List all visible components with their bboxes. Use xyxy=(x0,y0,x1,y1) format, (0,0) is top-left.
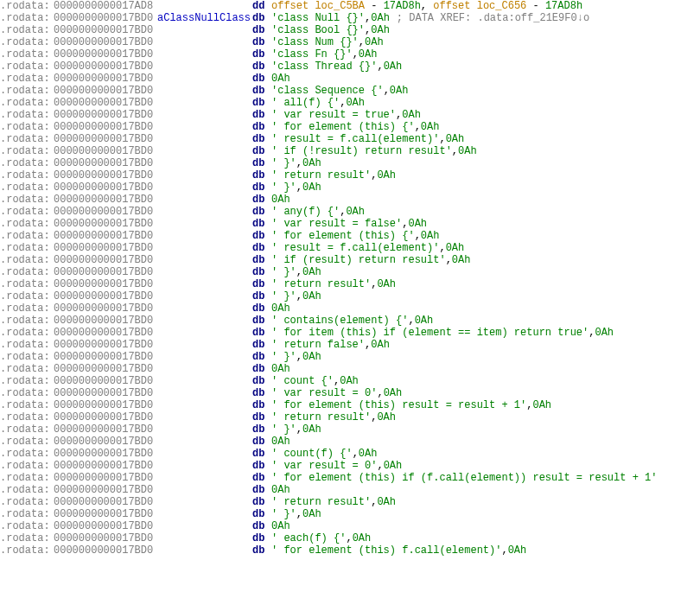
symbol-label xyxy=(157,351,252,363)
disassembly-line[interactable]: .rodata:0000000000017BD0 db' }',0Ah xyxy=(0,423,700,436)
address: 0000000000017BD0 xyxy=(54,436,157,448)
operand-num: 0Ah xyxy=(371,24,390,36)
disassembly-line[interactable]: .rodata:0000000000017BD0 db0Ah xyxy=(0,302,700,315)
symbol-label xyxy=(157,194,252,206)
disassembly-line[interactable]: .rodata:0000000000017BD0 db' all(f) {',0… xyxy=(0,97,700,109)
operands: ' for element (this) {',0Ah xyxy=(271,121,439,133)
disassembly-listing[interactable]: .rodata:0000000000017AD8 ddoffset loc_C5… xyxy=(0,0,700,557)
operands: ' contains(element) {',0Ah xyxy=(271,315,433,327)
disassembly-line[interactable]: .rodata:0000000000017BD0 db' for element… xyxy=(0,121,700,133)
disassembly-line[interactable]: .rodata:0000000000017BD0 db' var result … xyxy=(0,460,700,472)
segment-name: .rodata: xyxy=(0,218,54,230)
segment-name: .rodata: xyxy=(0,242,54,254)
symbol-label xyxy=(157,218,252,230)
disassembly-line[interactable]: .rodata:0000000000017BD0 db0Ah xyxy=(0,363,700,375)
disassembly-line[interactable]: .rodata:0000000000017BD0 db0Ah xyxy=(0,484,700,496)
operand-num: 0Ah xyxy=(377,496,396,508)
disassembly-line[interactable]: .rodata:0000000000017BD0 db' }',0Ah xyxy=(0,290,700,302)
disassembly-line[interactable]: .rodata:0000000000017BD0 db' count {',0A… xyxy=(0,375,700,387)
segment-name: .rodata: xyxy=(0,194,54,206)
disassembly-line[interactable]: .rodata:0000000000017BD0 db' return resu… xyxy=(0,411,700,423)
mnemonic: db xyxy=(252,109,271,121)
operand-op: , xyxy=(296,266,302,278)
operand-num: 0Ah xyxy=(353,532,372,544)
operands: 'class Thread {}',0Ah xyxy=(271,60,402,73)
disassembly-line[interactable]: .rodata:0000000000017BD0 db'class Bool {… xyxy=(0,24,700,36)
operands: ' return result',0Ah xyxy=(271,169,396,181)
disassembly-line[interactable]: .rodata:0000000000017BD0 db' }',0Ah xyxy=(0,351,700,363)
disassembly-line[interactable]: .rodata:0000000000017BD0 db' contains(el… xyxy=(0,315,700,327)
disassembly-line[interactable]: .rodata:0000000000017BD0 db' if (!result… xyxy=(0,145,700,157)
disassembly-line[interactable]: .rodata:0000000000017BD0 db' count(f) {'… xyxy=(0,448,700,460)
disassembly-line[interactable]: .rodata:0000000000017BD0 db' any(f) {',0… xyxy=(0,206,700,218)
disassembly-line[interactable]: .rodata:0000000000017BD0 db' for element… xyxy=(0,399,700,411)
disassembly-line[interactable]: .rodata:0000000000017BD0 db0Ah xyxy=(0,194,700,206)
mnemonic: db xyxy=(252,363,271,375)
disassembly-line[interactable]: .rodata:0000000000017BD0 db' result = f.… xyxy=(0,242,700,254)
operand-str: ' }' xyxy=(271,351,296,363)
segment-name: .rodata: xyxy=(0,254,54,266)
address: 0000000000017BD0 xyxy=(54,145,157,157)
disassembly-line[interactable]: .rodata:0000000000017BD0 db' var result … xyxy=(0,387,700,399)
symbol-label xyxy=(157,48,252,60)
mnemonic: db xyxy=(252,302,271,315)
disassembly-line[interactable]: .rodata:0000000000017BD0 db' result = f.… xyxy=(0,133,700,145)
disassembly-line[interactable]: .rodata:0000000000017BD0 db'class Fn {}'… xyxy=(0,48,700,60)
symbol-label xyxy=(157,448,252,460)
address: 0000000000017BD0 xyxy=(54,448,157,460)
operand-num: 17AD8h xyxy=(545,0,582,12)
operand-num: 0Ah xyxy=(408,218,427,230)
disassembly-line[interactable]: .rodata:0000000000017BD0 db' }',0Ah xyxy=(0,157,700,169)
mnemonic: db xyxy=(252,36,271,48)
disassembly-line[interactable]: .rodata:0000000000017BD0 db'class Num {}… xyxy=(0,36,700,48)
disassembly-line[interactable]: .rodata:0000000000017BD0 db0Ah xyxy=(0,520,700,532)
disassembly-line[interactable]: .rodata:0000000000017BD0 db0Ah xyxy=(0,73,700,85)
disassembly-line[interactable]: .rodata:0000000000017BD0 db' for item (t… xyxy=(0,327,700,339)
symbol-label xyxy=(157,460,252,472)
symbol-label xyxy=(157,24,252,36)
disassembly-line[interactable]: .rodata:0000000000017BD0 db'class Sequen… xyxy=(0,85,700,97)
operand-str: ' return result' xyxy=(271,169,371,181)
disassembly-line[interactable]: .rodata:0000000000017BD0 db' if (result)… xyxy=(0,254,700,266)
symbol-label xyxy=(157,60,252,73)
symbol-label xyxy=(157,375,252,387)
operand-num: 0Ah xyxy=(377,278,396,290)
segment-name: .rodata: xyxy=(0,290,54,302)
disassembly-line[interactable]: .rodata:0000000000017BD0 db' return resu… xyxy=(0,278,700,290)
operand-num: 0Ah xyxy=(421,230,440,242)
address: 0000000000017BD0 xyxy=(54,423,157,436)
disassembly-line[interactable]: .rodata:0000000000017BD0 db' each(f) {',… xyxy=(0,532,700,544)
symbol-label xyxy=(157,327,252,339)
mnemonic: db xyxy=(252,266,271,278)
mnemonic: db xyxy=(252,48,271,60)
operands: ' result = f.call(element)',0Ah xyxy=(271,242,464,254)
address: 0000000000017BD0 xyxy=(54,544,157,557)
disassembly-line[interactable]: .rodata:0000000000017BD0 db' var result … xyxy=(0,218,700,230)
symbol-label xyxy=(157,181,252,194)
disassembly-line[interactable]: .rodata:0000000000017BD0 db' }',0Ah xyxy=(0,181,700,194)
disassembly-line[interactable]: .rodata:0000000000017BD0 db' var result … xyxy=(0,109,700,121)
operand-op: , xyxy=(452,145,458,157)
operand-op: , xyxy=(353,48,359,60)
disassembly-line[interactable]: .rodata:0000000000017BD0 db'class Thread… xyxy=(0,60,700,73)
operand-num: 0Ah xyxy=(271,484,290,496)
disassembly-line[interactable]: .rodata:0000000000017BD0 db' }',0Ah xyxy=(0,508,700,520)
disassembly-line[interactable]: .rodata:0000000000017BD0 db' }',0Ah xyxy=(0,266,700,278)
address: 0000000000017BD0 xyxy=(54,133,157,145)
disassembly-line[interactable]: .rodata:0000000000017AD8 ddoffset loc_C5… xyxy=(0,0,700,12)
disassembly-line[interactable]: .rodata:0000000000017BD0 db' for element… xyxy=(0,472,700,484)
disassembly-line[interactable]: .rodata:0000000000017BD0 db0Ah xyxy=(0,436,700,448)
operand-str: ' each(f) {' xyxy=(271,532,346,544)
disassembly-line[interactable]: .rodata:0000000000017BD0 db' return resu… xyxy=(0,496,700,508)
operand-str: ' return result' xyxy=(271,496,371,508)
operand-num: 0Ah xyxy=(421,121,440,133)
disassembly-line[interactable]: .rodata:0000000000017BD0aClassNullClassd… xyxy=(0,12,700,24)
disassembly-line[interactable]: .rodata:0000000000017BD0 db' for element… xyxy=(0,230,700,242)
operand-str: ' var result = false' xyxy=(271,218,402,230)
mnemonic: db xyxy=(252,218,271,230)
disassembly-line[interactable]: .rodata:0000000000017BD0 db' return resu… xyxy=(0,169,700,181)
disassembly-line[interactable]: .rodata:0000000000017BD0 db' return fals… xyxy=(0,339,700,351)
mnemonic: db xyxy=(252,230,271,242)
segment-name: .rodata: xyxy=(0,351,54,363)
disassembly-line[interactable]: .rodata:0000000000017BD0 db' for element… xyxy=(0,544,700,557)
